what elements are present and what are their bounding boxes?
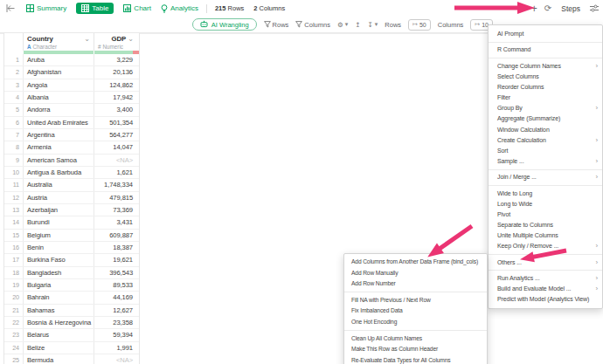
menu-item-add-columns-from-another-data-frame-bind-cols[interactable]: Add Columns from Another Data Frame (bin… bbox=[344, 257, 487, 268]
table-row[interactable]: 24 Belize 1,991 bbox=[4, 342, 139, 354]
menu-item-select-columns[interactable]: Select Columns bbox=[489, 72, 602, 82]
menu-item-create-calculation[interactable]: Create Calculation › bbox=[489, 135, 602, 146]
tab-table[interactable]: Table bbox=[76, 3, 114, 14]
filter-rows-button[interactable]: Rows bbox=[264, 21, 289, 29]
country-cell: Azerbaijan bbox=[24, 204, 94, 216]
tab-chart[interactable]: Chart bbox=[123, 4, 151, 12]
table-row[interactable]: 8 Armenia 14,047 bbox=[4, 141, 139, 154]
gdp-cell: <NA> bbox=[94, 354, 139, 364]
rows-height-input[interactable]: ↦ 50 bbox=[408, 19, 431, 31]
submenu-caret-icon: › bbox=[595, 61, 598, 72]
steps-settings-icon[interactable] bbox=[590, 4, 599, 12]
country-cell: Armenia bbox=[24, 141, 94, 153]
menu-item-aggregate-summarize[interactable]: Aggregate (Summarize) bbox=[489, 113, 602, 124]
menu-item-one-hot-encoding[interactable]: One Hot Encoding bbox=[344, 317, 487, 328]
row-number-cell: 20 bbox=[4, 292, 24, 303]
column-header-gdp[interactable]: GDP ⌄ #Numeric bbox=[94, 33, 139, 51]
import-down-icon: ↧ bbox=[367, 21, 372, 29]
menu-item-join-merge[interactable]: Join / Merge ... › bbox=[489, 172, 602, 182]
menu-item-sample[interactable]: Sample ... › bbox=[489, 156, 602, 167]
row-number-cell: 24 bbox=[4, 342, 24, 354]
menu-item-build-and-evaluate-model[interactable]: Build and Evaluate Model ... › bbox=[489, 284, 602, 294]
country-cell: Bulgaria bbox=[24, 279, 94, 291]
table-row[interactable]: 16 Benin 18,387 bbox=[4, 242, 139, 254]
table-row[interactable]: 9 American Samoa <NA> bbox=[4, 155, 139, 167]
gdp-cell: 23,358 bbox=[94, 317, 139, 328]
table-row[interactable]: 15 Belgium 609,887 bbox=[4, 230, 139, 242]
export-button[interactable]: ↥ bbox=[355, 21, 360, 29]
menu-item-keep-only-remove[interactable]: Keep Only / Remove ... › bbox=[489, 241, 602, 251]
table-row[interactable]: 25 Bermuda <NA> bbox=[4, 354, 139, 364]
country-cell: Bahrain bbox=[24, 292, 94, 303]
menu-item-filter[interactable]: Filter bbox=[489, 93, 602, 103]
menu-item-wide-to-long[interactable]: Wide to Long bbox=[489, 189, 602, 199]
menu-item-long-to-wide[interactable]: Long to Wide bbox=[489, 199, 602, 209]
menu-item-make-this-row-as-column-header[interactable]: Make This Row as Column Header bbox=[344, 344, 487, 355]
menu-item-change-column-names[interactable]: Change Column Names › bbox=[489, 61, 602, 72]
menu-item-ai-prompt[interactable]: AI Prompt bbox=[489, 29, 602, 39]
table-row[interactable]: 18 Bangladesh 396,543 bbox=[4, 267, 139, 279]
menu-item-others[interactable]: Others ... › bbox=[489, 258, 602, 268]
menu-item-unite-multiple-columns[interactable]: Unite Multiple Columns bbox=[489, 230, 602, 241]
country-cell: Austria bbox=[24, 192, 94, 203]
row-number-cell: 16 bbox=[4, 242, 24, 253]
menu-item-fix-imbalanced-data[interactable]: Fix Imbalanced Data bbox=[344, 306, 487, 317]
menu-item-add-row-number[interactable]: Add Row Number bbox=[344, 278, 487, 290]
add-step-icon[interactable]: + bbox=[531, 3, 537, 14]
menu-item-run-analytics[interactable]: Run Analytics ... › bbox=[489, 273, 602, 284]
table-row[interactable]: 19 Bulgaria 89,533 bbox=[4, 279, 139, 292]
table-body: 1 Aruba 3,229 2 Afghanistan 20,136 3 Ang… bbox=[4, 54, 139, 364]
download-button[interactable]: ↧ ▾ bbox=[367, 21, 378, 29]
table-row[interactable]: 1 Aruba 3,229 bbox=[4, 54, 139, 66]
menu-item-r-command[interactable]: R Command bbox=[489, 45, 602, 55]
menu-item-fill-na-with-previous-next-row[interactable]: Fill NA with Previous / Next Row bbox=[344, 295, 487, 306]
table-settings-button[interactable]: ⚙ ▾ bbox=[337, 21, 348, 29]
ai-wrangling-button[interactable]: AI Wrangling bbox=[192, 18, 257, 31]
menu-item-predict-with-model-analytics-view[interactable]: Predict with Model (Analytics View) bbox=[489, 294, 602, 305]
table-row[interactable]: 21 Bahamas 12,627 bbox=[4, 305, 139, 317]
table-row[interactable]: 20 Bahrain 44,169 bbox=[4, 292, 139, 304]
gdp-cell: 89,533 bbox=[94, 279, 139, 291]
chevron-down-icon[interactable]: ⌄ bbox=[84, 37, 90, 41]
column-header-country[interactable]: Country ⌄ ACharacter bbox=[24, 33, 94, 51]
table-row[interactable]: 4 Albania 17,942 bbox=[4, 92, 139, 104]
country-cell: Afghanistan bbox=[24, 66, 94, 78]
menu-item-clean-up-all-column-names[interactable]: Clean Up All Column Names bbox=[344, 333, 487, 345]
filter-columns-button[interactable]: Columns bbox=[295, 21, 330, 29]
refresh-icon[interactable]: ⟳ bbox=[544, 4, 551, 13]
table-row[interactable]: 2 Afghanistan 20,136 bbox=[4, 66, 139, 79]
table-row[interactable]: 12 Austria 479,815 bbox=[4, 192, 139, 204]
table-row[interactable]: 23 Belarus 59,394 bbox=[4, 329, 139, 341]
menu-item-sort[interactable]: Sort bbox=[489, 146, 602, 156]
menu-item-group-by[interactable]: Group By › bbox=[489, 103, 602, 113]
menu-item-add-row-manually[interactable]: Add Row Manually bbox=[344, 268, 487, 279]
menu-item-re-evaluate-data-types-for-all-columns[interactable]: Re-Evaluate Data Types for All Columns bbox=[344, 355, 487, 364]
table-row[interactable]: 7 Argentina 564,277 bbox=[4, 129, 139, 141]
columns-size-label: Columns bbox=[438, 21, 464, 29]
menu-item-pivot[interactable]: Pivot bbox=[489, 209, 602, 220]
caret-down-icon: ▾ bbox=[375, 21, 378, 28]
menu-item-window-calculation[interactable]: Window Calculation bbox=[489, 125, 602, 135]
table-row[interactable]: 22 Bosnia & Herzegovina 23,358 bbox=[4, 317, 139, 329]
tab-analytics[interactable]: Analytics bbox=[161, 4, 198, 13]
table-row[interactable]: 13 Azerbaijan 73,369 bbox=[4, 204, 139, 216]
table-row[interactable]: 11 Australia 1,748,334 bbox=[4, 179, 139, 191]
table-row[interactable]: 3 Angola 124,862 bbox=[4, 79, 139, 92]
tab-summary[interactable]: Summary bbox=[26, 4, 66, 12]
collapse-left-icon[interactable] bbox=[6, 4, 15, 12]
submenu-caret-icon: › bbox=[595, 273, 598, 284]
table-row[interactable]: 6 United Arab Emirates 501,354 bbox=[4, 117, 139, 129]
chevron-down-icon[interactable]: ⌄ bbox=[128, 37, 134, 41]
menu-item-separate-to-columns[interactable]: Separate to Columns bbox=[489, 220, 602, 230]
menu-separator bbox=[344, 292, 487, 292]
row-number-cell: 23 bbox=[4, 329, 24, 340]
gdp-cell: 73,369 bbox=[94, 204, 139, 216]
steps-menu: AI Prompt R Command Change Column Names … bbox=[488, 24, 603, 309]
table-row[interactable]: 5 Andorra 3,400 bbox=[4, 104, 139, 116]
table-row[interactable]: 10 Antigua & Barbuda 1,621 bbox=[4, 167, 139, 179]
table-row[interactable]: 17 Burkina Faso 19,621 bbox=[4, 254, 139, 266]
country-cell: Albania bbox=[24, 92, 94, 103]
menu-item-reorder-columns[interactable]: Reorder Columns bbox=[489, 82, 602, 93]
country-cell: Andorra bbox=[24, 104, 94, 115]
table-row[interactable]: 14 Burundi 3,431 bbox=[4, 216, 139, 229]
